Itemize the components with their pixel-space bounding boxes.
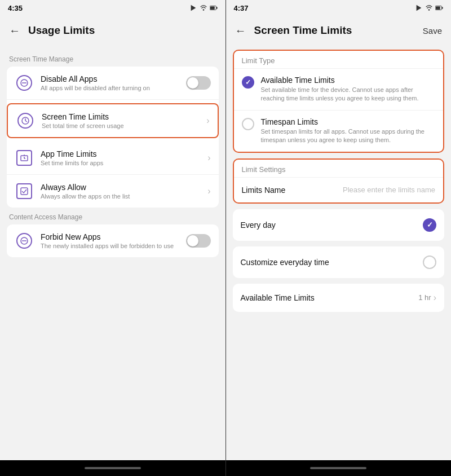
svg-marker-0 (191, 5, 196, 11)
left-nav-bar (0, 460, 226, 476)
limit-settings-header: Limit Settings (234, 160, 444, 178)
available-time-limits-label: Available Time Limits (241, 293, 419, 302)
customize-row[interactable]: Customize everyday time (233, 246, 445, 278)
right-page-title: Screen Time Limits (254, 24, 423, 37)
left-status-bar: 4:35 (0, 0, 226, 16)
left-page-title: Usage Limits (28, 24, 216, 37)
every-day-label: Every day (241, 221, 423, 230)
always-allow-chevron: › (207, 186, 210, 196)
right-top-bar: ← Screen Time Limits Save (226, 16, 452, 45)
minus-circle-icon (20, 79, 28, 87)
menu-item-disable-all-apps[interactable]: Disable All Apps All apps will be disabl… (7, 67, 219, 100)
always-allow-icon (15, 182, 34, 201)
right-panel: 4:37 ← Screen Time Limits Save Limit (226, 0, 452, 476)
always-allow-text: Always Allow Always allow the apps on th… (41, 183, 207, 200)
svg-point-18 (428, 9, 430, 11)
limit-settings-card: Limit Settings Limits Name Please enter … (233, 158, 445, 204)
left-status-icons (189, 4, 218, 12)
play-icon (189, 4, 197, 12)
disable-all-apps-icon (15, 73, 34, 92)
left-back-button[interactable]: ← (9, 24, 20, 37)
every-day-check: ✓ (423, 218, 436, 232)
customize-label: Customize everyday time (241, 258, 423, 267)
left-top-bar: ← Usage Limits (0, 16, 226, 45)
limits-name-row[interactable]: Limits Name Please enter the limits name (234, 178, 444, 202)
svg-line-9 (25, 121, 27, 122)
battery-icon (210, 4, 218, 12)
available-time-limits-card[interactable]: Available Time Limits 1 hr › (233, 284, 445, 312)
left-home-indicator (85, 467, 141, 469)
screen-time-limits-subtitle: Set total time of screen usage (42, 122, 206, 129)
forbid-new-apps-text: Forbid New Apps The newly installed apps… (41, 232, 186, 249)
radio-available-time-desc: Set available time for the device. Canno… (261, 86, 436, 103)
radio-available-time[interactable]: Available Time Limits Set available time… (234, 69, 444, 111)
radio-timespan-text: Timespan Limits Set timespan limits for … (261, 117, 436, 145)
svg-rect-14 (21, 188, 28, 195)
available-time-value: 1 hr (418, 293, 431, 302)
customize-card: Customize everyday time (233, 246, 445, 278)
right-time: 4:37 (234, 4, 249, 12)
forbid-new-apps-toggle[interactable] (186, 234, 211, 248)
available-time-limits-row[interactable]: Available Time Limits 1 hr › (233, 284, 445, 312)
right-content: Limit Type Available Time Limits Set ava… (226, 45, 452, 460)
save-button[interactable]: Save (423, 26, 442, 36)
forbid-new-apps-title: Forbid New Apps (41, 232, 186, 241)
right-status-bar: 4:37 (226, 0, 452, 16)
check-box-icon (20, 187, 28, 195)
screen-time-limits-text: Screen Time Limits Set total time of scr… (42, 112, 206, 129)
section-label-content-access: Content Access Manage (9, 213, 219, 221)
app-time-limits-chevron: › (207, 153, 210, 163)
limit-type-card: Limit Type Available Time Limits Set ava… (233, 50, 445, 153)
app-time-limits-text: App Time Limits Set time limits for apps (41, 149, 207, 166)
radio-available-time-label: Available Time Limits (261, 76, 436, 85)
right-wifi-icon (425, 4, 433, 12)
radio-timespan-circle (242, 118, 254, 130)
forbid-new-apps-subtitle: The newly installed apps will be forbidd… (41, 243, 186, 249)
limits-name-input[interactable]: Please enter the limits name (304, 186, 436, 194)
right-status-icons (415, 4, 443, 12)
every-day-row[interactable]: Every day ✓ (233, 209, 445, 241)
svg-rect-20 (442, 7, 443, 9)
right-nav-bar (226, 460, 452, 476)
left-time: 4:35 (8, 4, 23, 12)
right-home-indicator (310, 467, 366, 469)
forbid-icon (20, 237, 28, 245)
radio-available-time-text: Available Time Limits Set available time… (261, 76, 436, 103)
app-time-limits-icon (15, 148, 34, 168)
svg-rect-3 (216, 7, 217, 9)
radio-timespan[interactable]: Timespan Limits Set timespan limits for … (234, 111, 444, 152)
disable-all-apps-text: Disable All Apps All apps will be disabl… (41, 74, 186, 91)
right-battery-icon (435, 4, 443, 12)
menu-item-forbid-new-apps[interactable]: Forbid New Apps The newly installed apps… (7, 224, 219, 257)
screen-time-limits-icon (16, 111, 35, 130)
section-label-screen-time: Screen Time Manage (9, 55, 219, 63)
menu-item-screen-time-limits[interactable]: Screen Time Limits Set total time of scr… (7, 103, 219, 138)
menu-item-app-time-limits[interactable]: App Time Limits Set time limits for apps… (7, 142, 219, 175)
right-play-icon (415, 4, 423, 12)
schedule-card: Every day ✓ (233, 209, 445, 241)
right-back-button[interactable]: ← (235, 24, 246, 37)
clock-icon (21, 117, 29, 125)
always-allow-title: Always Allow (41, 183, 207, 192)
radio-timespan-label: Timespan Limits (261, 117, 436, 126)
limit-type-header: Limit Type (234, 51, 444, 69)
customize-radio-circle (423, 255, 436, 269)
available-time-chevron: › (434, 293, 436, 303)
svg-marker-17 (417, 5, 422, 11)
app-time-limits-subtitle: Set time limits for apps (41, 160, 207, 166)
always-allow-subtitle: Always allow the apps on the list (41, 193, 207, 200)
limits-name-label: Limits Name (242, 186, 304, 195)
left-content: Screen Time Manage Disable All Apps All … (0, 45, 226, 460)
timer-icon (20, 154, 28, 162)
app-time-limits-title: App Time Limits (41, 149, 207, 158)
screen-time-manage-card: Disable All Apps All apps will be disabl… (7, 67, 219, 208)
disable-all-apps-toggle[interactable] (186, 76, 211, 90)
svg-rect-21 (436, 6, 440, 9)
menu-item-always-allow[interactable]: Always Allow Always allow the apps on th… (7, 175, 219, 208)
screen-time-limits-chevron: › (206, 116, 209, 126)
svg-rect-4 (210, 6, 214, 9)
svg-point-1 (202, 9, 204, 11)
content-access-manage-card: Forbid New Apps The newly installed apps… (7, 224, 219, 257)
disable-all-apps-title: Disable All Apps (41, 74, 186, 83)
forbid-new-apps-icon (15, 231, 34, 250)
